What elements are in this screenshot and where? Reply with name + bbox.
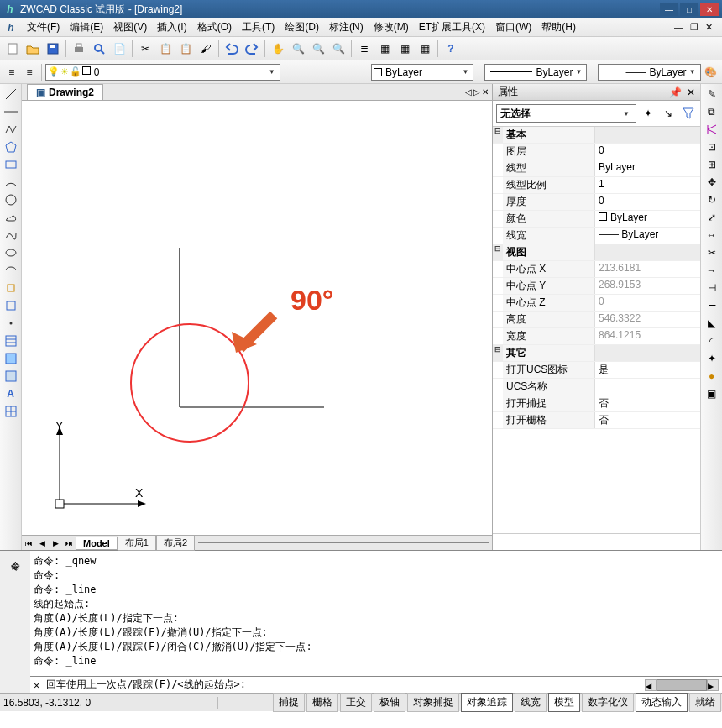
menu-modify[interactable]: 修改(M) [369, 18, 414, 36]
pin-icon[interactable]: 📌 [669, 86, 682, 98]
next-button[interactable]: ▶ [49, 539, 62, 547]
render-tool[interactable]: ● [704, 368, 720, 385]
filter-button[interactable] [680, 105, 697, 122]
status-osnap[interactable]: 对象捕捉 [407, 693, 459, 712]
ellipse-tool[interactable] [3, 244, 19, 261]
layers-button[interactable]: ≣ [355, 39, 374, 58]
revcloud-tool[interactable] [3, 209, 19, 226]
prop-layer[interactable]: 0 [595, 144, 700, 160]
trim-tool[interactable]: ✂ [704, 244, 720, 261]
prop-cx[interactable]: 213.6181 [595, 261, 700, 277]
child-restore-button[interactable]: ❐ [688, 22, 701, 33]
first-button[interactable]: ⏮ [22, 539, 35, 547]
status-ortho[interactable]: 正交 [340, 693, 372, 712]
explode-tool[interactable]: ✦ [704, 350, 720, 367]
offset-tool[interactable]: ⊡ [704, 139, 720, 155]
mirror-tool[interactable] [704, 121, 720, 138]
match-button[interactable]: 🖌 [196, 39, 215, 58]
preview-button[interactable] [90, 39, 108, 58]
fillet-tool[interactable]: ◜ [704, 333, 720, 349]
prop-ucs[interactable]: 是 [595, 362, 700, 378]
tab-next-button[interactable]: ▷ [473, 87, 480, 97]
hscroll-thumb[interactable] [657, 679, 707, 691]
layer-states-button[interactable]: ≡ [21, 63, 37, 81]
status-grid[interactable]: 栅格 [306, 693, 338, 712]
scale-tool[interactable]: ⤢ [704, 209, 720, 226]
status-lwt[interactable]: 线宽 [515, 693, 547, 712]
selection-combo[interactable]: 无选择 ▼ [496, 104, 636, 123]
open-button[interactable] [24, 39, 42, 58]
cut-button[interactable]: ✂ [136, 39, 154, 58]
child-close-button[interactable]: ✕ [703, 22, 715, 33]
tab-layout1[interactable]: 布局1 [118, 535, 156, 551]
prop-h[interactable]: 546.3322 [595, 312, 700, 327]
table-tool[interactable] [3, 403, 19, 420]
menu-window[interactable]: 窗口(W) [490, 18, 536, 36]
status-otrack[interactable]: 对象追踪 [461, 693, 513, 712]
prop-lweight[interactable]: —— ByLayer [595, 228, 700, 244]
coordinates[interactable]: 16.5803, -3.1312, 0 [0, 697, 218, 709]
redo-button[interactable] [243, 39, 261, 58]
menu-dim[interactable]: 标注(N) [324, 18, 369, 36]
color-button[interactable]: 🎨 [703, 63, 719, 81]
paste-button[interactable]: 📋 [176, 39, 195, 58]
menu-help[interactable]: 帮助(H) [536, 18, 581, 36]
menu-draw[interactable]: 绘图(D) [280, 18, 324, 36]
status-tablet[interactable]: 数字化仪 [582, 693, 634, 712]
tab-model[interactable]: Model [76, 537, 118, 550]
extend-tool[interactable]: → [704, 262, 720, 279]
status-snap[interactable]: 捕捉 [273, 693, 305, 712]
ellipse-arc-tool[interactable] [3, 262, 19, 279]
quick-select-button[interactable]: ↘ [660, 105, 677, 122]
menu-insert[interactable]: 插入(I) [152, 18, 191, 36]
zoom-rt-button[interactable]: 🔍 [289, 39, 307, 58]
menu-edit[interactable]: 编辑(E) [65, 18, 108, 36]
shade-tool[interactable]: ▣ [704, 385, 720, 402]
xline-tool[interactable] [3, 103, 19, 120]
props-close-button[interactable]: ✕ [687, 86, 695, 98]
erase-tool[interactable]: ✎ [704, 86, 720, 102]
gradient-tool[interactable] [3, 350, 19, 367]
zoom-prev-button[interactable]: 🔍 [329, 39, 348, 58]
dc-button[interactable]: ▦ [395, 39, 414, 58]
lineweight2-combo[interactable]: —— ByLayer ▼ [598, 64, 700, 81]
collapse-view[interactable]: ⊟ [493, 244, 503, 260]
break-tool[interactable]: ⊣ [704, 280, 720, 296]
publish-button[interactable]: 📄 [110, 39, 128, 58]
status-dyn[interactable]: 动态输入 [636, 693, 688, 712]
circle-tool[interactable] [3, 191, 19, 208]
prop-w[interactable]: 864.1215 [595, 328, 700, 344]
prop-cy[interactable]: 268.9153 [595, 278, 700, 294]
drawing-canvas[interactable]: Y X 90° [22, 101, 492, 535]
menu-tools[interactable]: 工具(T) [237, 18, 280, 36]
prop-ltype[interactable]: ByLayer [595, 160, 700, 176]
command-history[interactable]: 命令: _qnew 命令: 命令: _line 线的起始点: 角度(A)/长度(… [30, 551, 722, 676]
arc-tool[interactable] [3, 174, 19, 191]
join-tool[interactable]: ⊢ [704, 297, 720, 314]
layer-prop-button[interactable]: ≡ [3, 63, 19, 81]
point-tool[interactable] [3, 315, 19, 332]
collapse-other[interactable]: ⊟ [493, 345, 503, 361]
child-minimize-button[interactable]: — [672, 22, 686, 33]
copy-button[interactable]: 📋 [156, 39, 175, 58]
linetype-combo[interactable]: ByLayer ▼ [371, 64, 473, 81]
cmd-close-button[interactable]: ✕ [34, 679, 39, 691]
prop-gridp[interactable]: 否 [595, 412, 700, 428]
prop-cz[interactable]: 0 [595, 295, 700, 311]
block-tool[interactable] [3, 297, 19, 314]
spline-tool[interactable] [3, 227, 19, 244]
menu-file[interactable]: 文件(F) [22, 18, 65, 36]
last-button[interactable]: ⏭ [62, 539, 76, 547]
polygon-tool[interactable] [3, 139, 19, 155]
maximize-button[interactable]: □ [680, 3, 698, 16]
prop-ltscale[interactable]: 1 [595, 177, 700, 193]
prop-snap[interactable]: 否 [595, 395, 700, 411]
undo-button[interactable] [222, 39, 241, 58]
props-button[interactable]: ▦ [375, 39, 394, 58]
status-model[interactable]: 模型 [548, 693, 580, 712]
tab-close-button[interactable]: ✕ [482, 87, 489, 97]
line-tool[interactable] [3, 86, 19, 102]
toggle-pick-button[interactable]: ✦ [640, 105, 657, 122]
hscroll-right[interactable]: ▶ [707, 679, 719, 691]
status-polar[interactable]: 极轴 [374, 693, 405, 712]
